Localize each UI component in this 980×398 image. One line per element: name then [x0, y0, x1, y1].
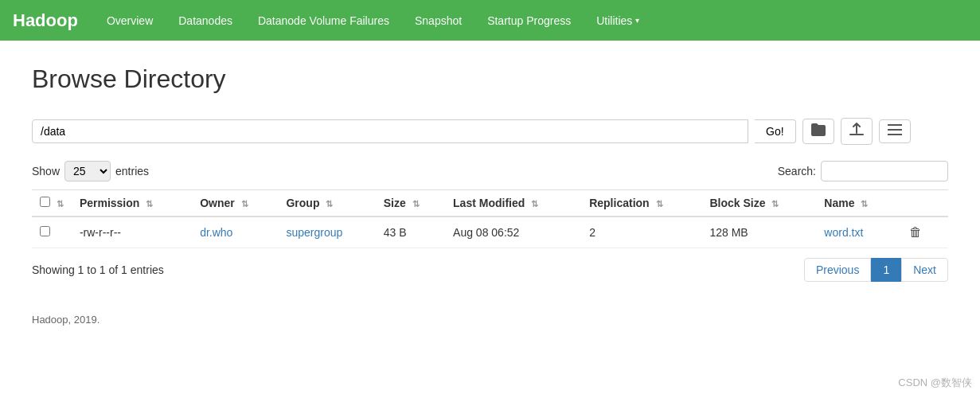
- nav-overview[interactable]: Overview: [94, 3, 166, 38]
- nav-datanodes[interactable]: Datanodes: [166, 3, 245, 38]
- sort-icon-select[interactable]: ⇅: [57, 199, 64, 209]
- show-entries-left: Show 10 25 50 100 entries: [32, 161, 149, 181]
- trash-icon: 🗑: [909, 225, 922, 239]
- nav-utilities-label: Utilities: [596, 14, 632, 27]
- row-group: supergroup: [278, 217, 375, 248]
- pagination-row: Showing 1 to 1 of 1 entries Previous 1 N…: [32, 258, 948, 282]
- entries-select[interactable]: 10 25 50 100: [64, 161, 111, 181]
- nav-snapshot[interactable]: Snapshot: [402, 3, 474, 38]
- group-link[interactable]: supergroup: [286, 226, 342, 239]
- file-link[interactable]: word.txt: [824, 226, 863, 239]
- sort-icon-block-size[interactable]: ⇅: [771, 199, 779, 209]
- go-button[interactable]: Go!: [755, 119, 796, 143]
- search-label: Search:: [778, 165, 816, 178]
- th-block-size[interactable]: Block Size ⇅: [701, 190, 816, 217]
- show-label: Show: [32, 165, 60, 178]
- row-size: 43 B: [376, 217, 445, 248]
- svg-rect-0: [888, 124, 902, 126]
- nav-utilities[interactable]: Utilities ▾: [584, 3, 652, 38]
- row-last-modified: Aug 08 06:52: [445, 217, 581, 248]
- sort-icon-group[interactable]: ⇅: [326, 199, 333, 209]
- chevron-down-icon: ▾: [635, 16, 639, 25]
- nav-links: Overview Datanodes Datanode Volume Failu…: [94, 3, 652, 38]
- sort-icon-size[interactable]: ⇅: [412, 199, 420, 209]
- entries-label: entries: [115, 165, 149, 178]
- previous-button[interactable]: Previous: [804, 258, 871, 282]
- sort-icon-last-modified[interactable]: ⇅: [531, 199, 538, 209]
- delete-button[interactable]: 🗑: [904, 224, 927, 241]
- search-input[interactable]: [821, 161, 948, 181]
- folder-icon: [811, 123, 826, 139]
- path-row: Go!: [32, 118, 948, 145]
- svg-rect-1: [888, 129, 902, 131]
- row-permission: -rw-r--r--: [72, 217, 192, 248]
- sort-icon-permission[interactable]: ⇅: [146, 199, 153, 209]
- path-input[interactable]: [32, 119, 748, 143]
- sort-icon-name[interactable]: ⇅: [861, 199, 868, 209]
- table-row: -rw-r--r-- dr.who supergroup 43 B Aug 08…: [32, 217, 948, 248]
- folder-icon-button[interactable]: [802, 119, 834, 144]
- list-icon-button[interactable]: [879, 119, 911, 143]
- navbar: Hadoop Overview Datanodes Datanode Volum…: [0, 0, 980, 41]
- data-table: ⇅ Permission ⇅ Owner ⇅ Group ⇅ Size ⇅: [32, 189, 948, 248]
- search-row: Search:: [778, 161, 948, 181]
- row-replication: 2: [581, 217, 701, 248]
- nav-datanode-volume-failures[interactable]: Datanode Volume Failures: [245, 3, 402, 38]
- pagination-buttons: Previous 1 Next: [804, 258, 948, 282]
- showing-text: Showing 1 to 1 of 1 entries: [32, 263, 164, 276]
- row-name: word.txt: [816, 217, 896, 248]
- row-delete-cell: 🗑: [896, 217, 948, 248]
- sort-icon-replication[interactable]: ⇅: [656, 199, 663, 209]
- main-content: Browse Directory Go!: [0, 41, 980, 349]
- footer-text: Hadoop, 2019.: [32, 314, 100, 326]
- row-checkbox[interactable]: [40, 226, 50, 236]
- owner-link[interactable]: dr.who: [200, 226, 232, 239]
- th-group[interactable]: Group ⇅: [278, 190, 375, 217]
- th-actions: [896, 190, 948, 217]
- upload-icon-button[interactable]: [841, 118, 873, 145]
- th-last-modified[interactable]: Last Modified ⇅: [445, 190, 581, 217]
- select-all-checkbox[interactable]: [40, 197, 50, 207]
- th-select-all: ⇅: [32, 190, 72, 217]
- nav-startup-progress[interactable]: Startup Progress: [474, 3, 584, 38]
- show-row: Show 10 25 50 100 entries Search:: [32, 161, 948, 181]
- sort-icon-owner[interactable]: ⇅: [241, 199, 248, 209]
- footer: Hadoop, 2019.: [32, 314, 948, 326]
- row-owner: dr.who: [192, 217, 278, 248]
- next-button[interactable]: Next: [901, 258, 948, 282]
- svg-rect-2: [888, 134, 902, 135]
- row-checkbox-cell: [32, 217, 72, 248]
- th-replication[interactable]: Replication ⇅: [581, 190, 701, 217]
- table-header-row: ⇅ Permission ⇅ Owner ⇅ Group ⇅ Size ⇅: [32, 190, 948, 217]
- th-size[interactable]: Size ⇅: [376, 190, 445, 217]
- th-permission[interactable]: Permission ⇅: [72, 190, 192, 217]
- page-title: Browse Directory: [32, 64, 948, 94]
- row-block-size: 128 MB: [701, 217, 816, 248]
- upload-icon: [849, 123, 864, 140]
- page-1-button[interactable]: 1: [871, 258, 901, 282]
- th-name[interactable]: Name ⇅: [816, 190, 896, 217]
- navbar-brand[interactable]: Hadoop: [13, 10, 78, 31]
- th-owner[interactable]: Owner ⇅: [192, 190, 278, 217]
- list-icon: [888, 124, 902, 139]
